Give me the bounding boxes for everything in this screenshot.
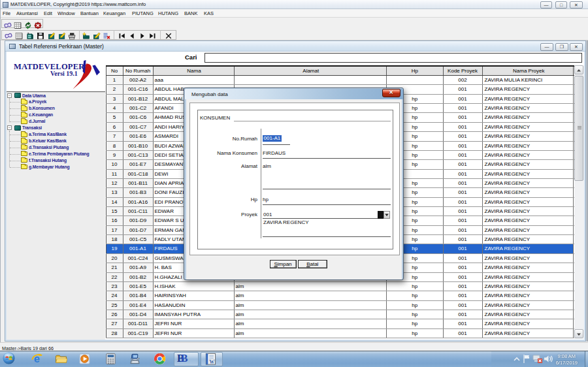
svg-text:W: W [210, 359, 215, 364]
